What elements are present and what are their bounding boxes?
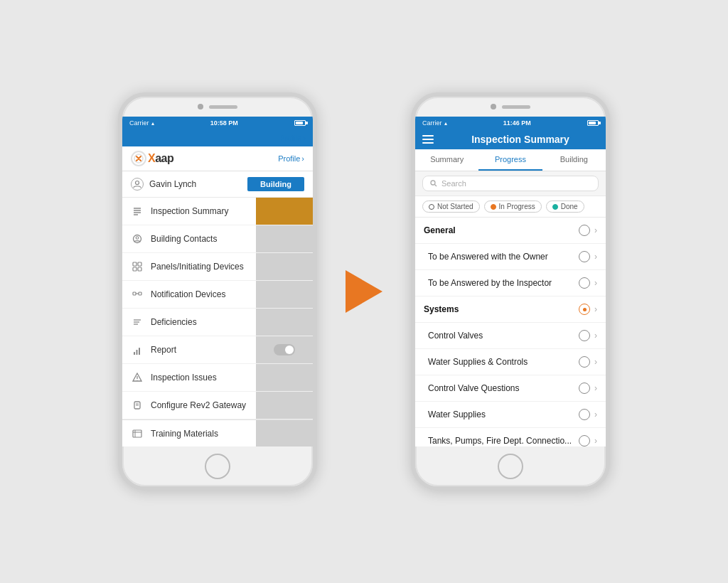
user-name: Gavin Lynch bbox=[149, 179, 196, 189]
phone-1-home-button[interactable] bbox=[205, 454, 230, 479]
inspector-label: To be Answered by the Inspector bbox=[428, 278, 579, 288]
logo-svg bbox=[134, 154, 144, 164]
menu-item-notification-devices[interactable]: Notification Devices bbox=[122, 281, 313, 309]
phone1-nav-header: Xaap Profile › bbox=[122, 146, 313, 171]
section-tanks-pumps[interactable]: Tanks, Pumps, Fire Dept. Connectio... › bbox=[415, 428, 606, 446]
menu-item-report[interactable]: Report bbox=[122, 336, 313, 364]
profile-link[interactable]: Profile › bbox=[279, 134, 306, 142]
menu-item-building-contacts[interactable]: Building Contacts bbox=[122, 225, 313, 253]
menu-list: Inspection Summary Bu bbox=[122, 198, 313, 446]
inspection-summary-label: Inspection Summary bbox=[151, 206, 228, 216]
filter-row: Not Started In Progress Done bbox=[415, 196, 606, 218]
water-supplies-controls-icon bbox=[579, 356, 590, 368]
phone2-topbar: Inspection Summary bbox=[415, 129, 606, 149]
tab-building[interactable]: Building bbox=[542, 149, 606, 171]
wifi-icon-2: ▴ bbox=[444, 120, 447, 127]
logo: Xaap bbox=[131, 151, 173, 166]
section-inspector[interactable]: To be Answered by the Inspector › bbox=[415, 270, 606, 296]
done-dot bbox=[552, 204, 558, 210]
report-label: Report bbox=[151, 345, 176, 355]
in-progress-dot bbox=[491, 204, 496, 210]
report-toggle[interactable] bbox=[274, 344, 295, 355]
tanks-pumps-chevron: › bbox=[594, 436, 597, 446]
control-valve-questions-icon bbox=[579, 383, 590, 394]
building-contacts-icon bbox=[131, 232, 144, 245]
profile-link-2[interactable]: Profile › bbox=[278, 154, 304, 163]
section-water-supplies[interactable]: Water Supplies › bbox=[415, 402, 606, 428]
phone-2-camera bbox=[491, 104, 496, 109]
systems-chevron: › bbox=[594, 304, 597, 314]
section-control-valve-questions[interactable]: Control Valve Questions › bbox=[415, 375, 606, 402]
filter-done[interactable]: Done bbox=[546, 200, 584, 213]
general-chevron: › bbox=[594, 225, 597, 235]
notification-devices-icon bbox=[131, 288, 144, 301]
phone-2: Carrier ▴ 11:46 PM Inspection Summary bbox=[411, 92, 610, 491]
section-list: General › To be Answered with the Owner … bbox=[415, 218, 606, 446]
carrier-label-1: Carrier bbox=[129, 119, 149, 127]
phone-2-home-button[interactable] bbox=[498, 454, 523, 479]
training-icon bbox=[131, 427, 144, 440]
inspection-issues-icon bbox=[131, 371, 144, 384]
svg-rect-12 bbox=[133, 292, 136, 295]
deficiencies-label: Deficiencies bbox=[151, 317, 197, 327]
menu-item-configure-rev2[interactable]: Configure Rev2 Gateway bbox=[122, 392, 313, 419]
search-input[interactable]: Search bbox=[422, 176, 599, 191]
filter-not-started[interactable]: Not Started bbox=[422, 200, 480, 213]
section-control-valves[interactable]: Control Valves › bbox=[415, 323, 606, 349]
svg-rect-19 bbox=[136, 350, 138, 355]
tab-bar: Summary Progress Building bbox=[415, 149, 606, 171]
deficiencies-icon bbox=[131, 316, 144, 328]
hamburger-icon[interactable] bbox=[422, 135, 437, 144]
control-valve-questions-label: Control Valve Questions bbox=[428, 383, 579, 393]
section-water-supplies-controls[interactable]: Water Supplies & Controls › bbox=[415, 349, 606, 375]
search-icon bbox=[430, 180, 437, 187]
status-bar-left-1: Carrier ▴ bbox=[129, 119, 154, 127]
section-owner[interactable]: To be Answered with the Owner › bbox=[415, 244, 606, 270]
not-started-dot bbox=[429, 204, 434, 210]
control-valve-questions-chevron: › bbox=[594, 383, 597, 393]
logo-circle bbox=[131, 151, 146, 166]
time-label-2: 11:46 PM bbox=[503, 119, 531, 127]
building-contacts-label: Building Contacts bbox=[151, 234, 217, 244]
menu-item-deficiencies[interactable]: Deficiencies bbox=[122, 309, 313, 336]
section-general[interactable]: General › bbox=[415, 218, 606, 244]
panels-icon bbox=[131, 260, 144, 273]
phone-1-camera bbox=[198, 104, 203, 109]
svg-point-22 bbox=[136, 380, 137, 380]
svg-point-29 bbox=[431, 181, 435, 185]
status-bar-1: Carrier ▴ 10:58 PM bbox=[122, 117, 313, 129]
menu-item-panels[interactable]: Panels/Initiating Devices bbox=[122, 253, 313, 281]
svg-rect-10 bbox=[133, 267, 136, 271]
inspection-summary-icon bbox=[131, 205, 144, 218]
tab-progress[interactable]: Progress bbox=[478, 149, 542, 171]
svg-rect-26 bbox=[133, 430, 141, 437]
phone1-blue-header: Profile › bbox=[122, 129, 313, 146]
menu-item-inspection-issues[interactable]: Inspection Issues bbox=[122, 364, 313, 392]
navigation-arrow bbox=[346, 270, 382, 313]
systems-status-icon bbox=[579, 304, 590, 315]
svg-line-30 bbox=[435, 185, 437, 187]
svg-rect-13 bbox=[139, 292, 141, 295]
phone-2-top bbox=[491, 104, 530, 109]
menu-item-training[interactable]: Training Materials bbox=[122, 419, 313, 446]
control-valves-chevron: › bbox=[594, 331, 597, 341]
battery-icon-1 bbox=[294, 120, 306, 126]
svg-point-1 bbox=[136, 181, 139, 185]
svg-rect-8 bbox=[133, 262, 136, 266]
general-label: General bbox=[424, 225, 579, 235]
notification-devices-label: Notification Devices bbox=[151, 289, 225, 299]
tanks-pumps-icon bbox=[579, 435, 590, 446]
phone-1-speaker bbox=[209, 105, 237, 109]
section-systems[interactable]: Systems › bbox=[415, 296, 606, 323]
wifi-icon-1: ▴ bbox=[151, 120, 154, 127]
building-contacts-side bbox=[256, 225, 313, 252]
report-icon bbox=[131, 343, 144, 356]
filter-in-progress[interactable]: In Progress bbox=[484, 200, 542, 213]
menu-item-inspection-summary[interactable]: Inspection Summary bbox=[122, 198, 313, 225]
tab-summary[interactable]: Summary bbox=[415, 149, 478, 171]
panels-side bbox=[256, 253, 313, 280]
training-side bbox=[256, 420, 313, 446]
svg-rect-9 bbox=[138, 262, 141, 266]
inspection-issues-label: Inspection Issues bbox=[151, 373, 217, 383]
configure-rev2-side bbox=[256, 392, 313, 419]
